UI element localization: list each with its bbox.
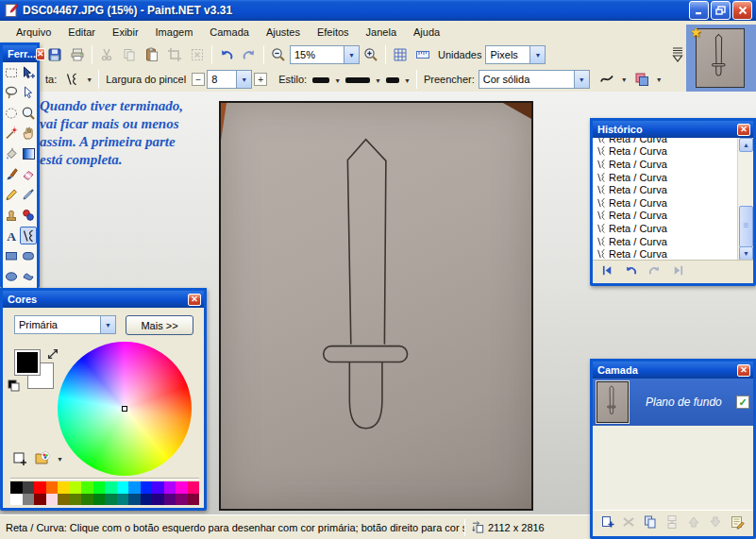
print-button[interactable] bbox=[66, 44, 89, 65]
tool-lasso-select[interactable] bbox=[3, 84, 20, 102]
close-icon[interactable]: ✕ bbox=[36, 48, 45, 60]
history-item[interactable]: Reta / Curva bbox=[593, 145, 737, 159]
line-end-style-dropdown[interactable]: ▼ bbox=[384, 74, 413, 85]
palette-menu-icon[interactable] bbox=[34, 450, 51, 467]
color-swatch[interactable] bbox=[58, 494, 70, 506]
history-item[interactable]: Reta / Curva bbox=[593, 171, 737, 184]
history-item[interactable]: Reta / Curva bbox=[593, 235, 737, 248]
tool-line-curve[interactable] bbox=[20, 227, 37, 244]
color-swatch[interactable] bbox=[58, 481, 70, 494]
color-swatch[interactable] bbox=[152, 481, 164, 494]
menu-janela[interactable]: Janela bbox=[358, 24, 405, 41]
tool-rounded-rectangle[interactable] bbox=[20, 247, 37, 265]
tool-rectangle[interactable] bbox=[3, 247, 20, 265]
color-mode-combobox[interactable]: Primária▼ bbox=[14, 315, 116, 334]
fill-style-combobox[interactable]: Cor sólida▼ bbox=[479, 70, 590, 89]
layer-row-selected[interactable]: Plano de fundo ✓ bbox=[593, 379, 753, 426]
tool-freeform-shape[interactable] bbox=[20, 267, 37, 285]
merge-layer-down-button[interactable] bbox=[664, 514, 680, 531]
history-scrollbar[interactable]: ▲ ▼ bbox=[737, 138, 753, 261]
history-undo-button[interactable] bbox=[624, 263, 638, 279]
color-swatch[interactable] bbox=[23, 494, 35, 506]
color-swatch[interactable] bbox=[10, 494, 23, 506]
scroll-up-icon[interactable]: ▲ bbox=[739, 138, 753, 152]
blend-mode-button[interactable] bbox=[630, 69, 653, 90]
zoom-in-button[interactable] bbox=[360, 44, 382, 65]
scroll-down-icon[interactable]: ▼ bbox=[739, 246, 753, 261]
chevron-down-icon[interactable]: ▼ bbox=[344, 46, 359, 63]
scrollbar-thumb[interactable] bbox=[739, 206, 753, 247]
history-redo-button[interactable] bbox=[647, 263, 662, 279]
grid-toggle-button[interactable] bbox=[389, 44, 412, 65]
close-icon[interactable]: ✕ bbox=[737, 364, 750, 377]
tool-move-selected-pixels[interactable] bbox=[20, 63, 37, 81]
color-swatch[interactable] bbox=[117, 494, 129, 506]
tool-recolor[interactable] bbox=[20, 206, 37, 224]
color-swatch[interactable] bbox=[188, 494, 200, 506]
tool-text[interactable]: A bbox=[3, 227, 20, 244]
dash-style-dropdown[interactable]: ▼ bbox=[344, 74, 384, 85]
history-rewind-button[interactable] bbox=[600, 263, 614, 279]
tool-clone-stamp[interactable] bbox=[3, 206, 20, 224]
menu-imagem[interactable]: Imagem bbox=[147, 24, 202, 41]
color-swatch[interactable] bbox=[105, 481, 117, 494]
color-swatch[interactable] bbox=[152, 494, 164, 506]
chevron-down-icon[interactable]: ▼ bbox=[236, 71, 251, 88]
color-swatch[interactable] bbox=[34, 494, 46, 506]
move-layer-down-button[interactable] bbox=[708, 514, 723, 531]
tool-eraser[interactable] bbox=[20, 165, 37, 183]
tool-gradient[interactable] bbox=[20, 145, 37, 163]
color-swatch[interactable] bbox=[128, 494, 141, 506]
chevron-down-icon[interactable]: ▼ bbox=[653, 76, 665, 83]
color-swatch[interactable] bbox=[93, 481, 106, 494]
color-swatch[interactable] bbox=[81, 494, 93, 506]
color-swatch[interactable] bbox=[128, 481, 141, 494]
close-icon[interactable]: ✕ bbox=[188, 294, 201, 306]
tool-paint-bucket[interactable] bbox=[3, 145, 20, 163]
history-item[interactable]: Reta / Curva bbox=[593, 210, 737, 223]
rulers-toggle-button[interactable] bbox=[412, 44, 434, 65]
color-swatch[interactable] bbox=[188, 481, 200, 494]
color-swatch[interactable] bbox=[34, 481, 46, 494]
deselect-button[interactable] bbox=[186, 44, 209, 65]
tool-pencil[interactable] bbox=[3, 186, 20, 204]
move-layer-up-button[interactable] bbox=[686, 514, 701, 531]
color-swatch[interactable] bbox=[70, 494, 82, 506]
color-swatch[interactable] bbox=[46, 481, 59, 494]
tools-palette-titlebar[interactable]: Ferr... ✕ bbox=[3, 45, 37, 62]
color-swatch[interactable] bbox=[10, 481, 23, 494]
layer-properties-button[interactable] bbox=[730, 514, 745, 531]
tool-magic-wand[interactable] bbox=[3, 125, 20, 143]
color-swatch[interactable] bbox=[141, 481, 153, 494]
menu-exibir[interactable]: Exibir bbox=[104, 24, 147, 41]
line-start-style-dropdown[interactable]: ▼ bbox=[311, 74, 344, 85]
history-item[interactable]: Reta / Curva bbox=[593, 222, 737, 235]
paste-button[interactable] bbox=[141, 44, 163, 65]
chevron-down-icon[interactable]: ▼ bbox=[54, 456, 66, 463]
tool-ellipse[interactable] bbox=[3, 267, 20, 285]
menu-ajustes[interactable]: Ajustes bbox=[258, 24, 309, 41]
menu-arquivo[interactable]: Arquivo bbox=[8, 24, 59, 41]
color-swatch[interactable] bbox=[23, 481, 35, 494]
menu-ajuda[interactable]: Ajuda bbox=[405, 24, 448, 41]
toolbar-overflow-icon[interactable] bbox=[670, 46, 685, 65]
zoom-out-button[interactable] bbox=[267, 44, 290, 65]
add-layer-button[interactable] bbox=[599, 514, 614, 531]
color-swatch[interactable] bbox=[70, 481, 82, 494]
menu-camada[interactable]: Camada bbox=[201, 24, 258, 41]
image-tab-active[interactable] bbox=[696, 28, 745, 88]
brush-width-combobox[interactable]: 8▼ bbox=[207, 70, 252, 89]
tool-rectangle-select[interactable] bbox=[3, 63, 20, 81]
tool-move-selection[interactable] bbox=[20, 84, 37, 102]
color-swatch[interactable] bbox=[176, 494, 188, 506]
primary-color-swatch[interactable] bbox=[14, 349, 41, 376]
brush-width-increase-button[interactable]: + bbox=[254, 73, 267, 86]
tool-ellipse-select[interactable] bbox=[3, 104, 20, 122]
history-palette-titlebar[interactable]: Histórico ✕ bbox=[593, 121, 753, 138]
close-icon[interactable]: ✕ bbox=[737, 124, 750, 136]
canvas[interactable] bbox=[219, 101, 533, 511]
color-swatch[interactable] bbox=[164, 481, 176, 494]
color-swatch[interactable] bbox=[164, 494, 176, 506]
color-swatch[interactable] bbox=[93, 494, 106, 506]
zoom-level-combobox[interactable]: 15%▼ bbox=[290, 45, 360, 64]
